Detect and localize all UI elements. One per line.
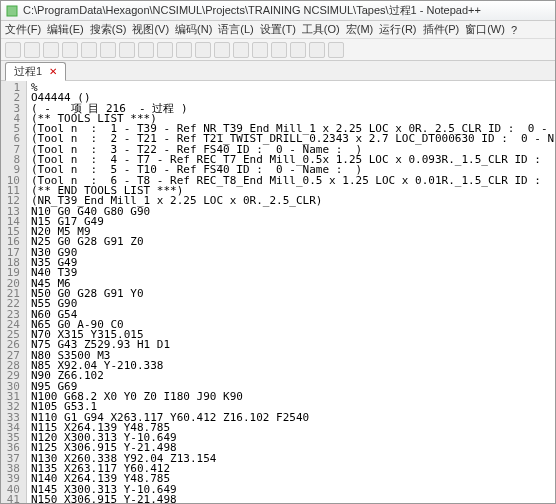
tab-close-icon[interactable]: ✕ bbox=[49, 66, 57, 77]
code-line[interactable]: N100 G68.2 X0 Y0 Z0 I180 J90 K90 bbox=[31, 392, 555, 402]
menu-bar: 文件(F) 编辑(E) 搜索(S) 视图(V) 编码(N) 语言(L) 设置(T… bbox=[1, 21, 555, 39]
menu-settings[interactable]: 设置(T) bbox=[260, 22, 296, 37]
menu-window[interactable]: 窗口(W) bbox=[465, 22, 505, 37]
toolbar bbox=[1, 39, 555, 61]
code-line[interactable]: N55 G90 bbox=[31, 299, 555, 309]
svg-rect-0 bbox=[7, 6, 17, 16]
toolbar-find-icon[interactable] bbox=[214, 42, 230, 58]
menu-edit[interactable]: 编辑(E) bbox=[47, 22, 84, 37]
menu-plugins[interactable]: 插件(P) bbox=[423, 22, 460, 37]
toolbar-wrap-icon[interactable] bbox=[290, 42, 306, 58]
tab-bar: 过程1 ✕ bbox=[1, 61, 555, 81]
toolbar-print-icon[interactable] bbox=[100, 42, 116, 58]
menu-file[interactable]: 文件(F) bbox=[5, 22, 41, 37]
window-title: C:\ProgramData\Hexagon\NCSIMUL\Projects\… bbox=[23, 3, 481, 18]
toolbar-new-icon[interactable] bbox=[5, 42, 21, 58]
toolbar-play-icon[interactable] bbox=[328, 42, 344, 58]
toolbar-zoomout-icon[interactable] bbox=[271, 42, 287, 58]
code-line[interactable]: N25 G0 G28 G91 Z0 bbox=[31, 237, 555, 247]
toolbar-record-icon[interactable] bbox=[309, 42, 325, 58]
code-line[interactable]: N40 T39 bbox=[31, 268, 555, 278]
toolbar-close-icon[interactable] bbox=[81, 42, 97, 58]
code-line[interactable]: N30 G90 bbox=[31, 248, 555, 258]
tab-label: 过程1 bbox=[14, 65, 42, 77]
editor-area[interactable]: 1234567891011121314151617181920212223242… bbox=[1, 81, 555, 504]
app-icon bbox=[5, 4, 19, 18]
code-line[interactable]: N10 G0 G40 G80 G90 bbox=[31, 207, 555, 217]
code-line[interactable]: N90 Z66.102 bbox=[31, 371, 555, 381]
toolbar-replace-icon[interactable] bbox=[233, 42, 249, 58]
menu-view[interactable]: 视图(V) bbox=[132, 22, 169, 37]
toolbar-zoomin-icon[interactable] bbox=[252, 42, 268, 58]
code-line[interactable]: N85 X92.04 Y-210.338 bbox=[31, 361, 555, 371]
code-line[interactable]: N50 G0 G28 G91 Y0 bbox=[31, 289, 555, 299]
menu-run[interactable]: 运行(R) bbox=[379, 22, 416, 37]
code-line[interactable]: % bbox=[31, 83, 555, 93]
toolbar-open-icon[interactable] bbox=[24, 42, 40, 58]
menu-search[interactable]: 搜索(S) bbox=[90, 22, 127, 37]
tab-file[interactable]: 过程1 ✕ bbox=[5, 62, 66, 81]
toolbar-paste-icon[interactable] bbox=[157, 42, 173, 58]
menu-tools[interactable]: 工具(O) bbox=[302, 22, 340, 37]
menu-encoding[interactable]: 编码(N) bbox=[175, 22, 212, 37]
menu-language[interactable]: 语言(L) bbox=[218, 22, 253, 37]
code-content[interactable]: %O44444 ()( - 项 目 216 - 过程 )(** TOOLS LI… bbox=[27, 81, 555, 504]
menu-help[interactable]: ? bbox=[511, 24, 517, 36]
code-line[interactable]: N15 G17 G49 bbox=[31, 217, 555, 227]
toolbar-copy-icon[interactable] bbox=[138, 42, 154, 58]
code-line[interactable]: N35 G49 bbox=[31, 258, 555, 268]
toolbar-redo-icon[interactable] bbox=[195, 42, 211, 58]
toolbar-undo-icon[interactable] bbox=[176, 42, 192, 58]
toolbar-saveall-icon[interactable] bbox=[62, 42, 78, 58]
toolbar-cut-icon[interactable] bbox=[119, 42, 135, 58]
toolbar-save-icon[interactable] bbox=[43, 42, 59, 58]
menu-macro[interactable]: 宏(M) bbox=[346, 22, 374, 37]
line-number-gutter: 1234567891011121314151617181920212223242… bbox=[1, 81, 27, 504]
title-bar: C:\ProgramData\Hexagon\NCSIMUL\Projects\… bbox=[1, 1, 555, 21]
